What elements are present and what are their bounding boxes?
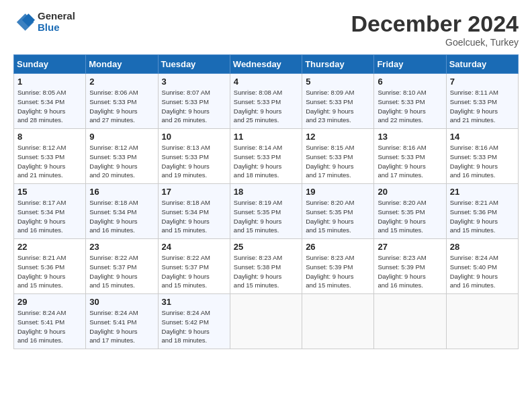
- day-detail: Sunrise: 8:20 AM Sunset: 5:35 PM Dayligh…: [378, 198, 442, 235]
- calendar-week-row: 29Sunrise: 8:24 AM Sunset: 5:41 PM Dayli…: [14, 294, 519, 349]
- calendar-week-row: 8Sunrise: 8:12 AM Sunset: 5:33 PM Daylig…: [14, 129, 519, 184]
- calendar-cell: 12Sunrise: 8:15 AM Sunset: 5:33 PM Dayli…: [302, 129, 374, 184]
- calendar-cell: 4Sunrise: 8:08 AM Sunset: 5:33 PM Daylig…: [230, 74, 302, 129]
- day-number: 7: [450, 77, 515, 87]
- day-number: 30: [89, 297, 154, 307]
- calendar-cell: 13Sunrise: 8:16 AM Sunset: 5:33 PM Dayli…: [374, 129, 446, 184]
- calendar-cell: 16Sunrise: 8:18 AM Sunset: 5:34 PM Dayli…: [86, 184, 158, 239]
- day-number: 27: [378, 242, 442, 252]
- day-number: 19: [306, 187, 370, 197]
- calendar-cell: 26Sunrise: 8:23 AM Sunset: 5:39 PM Dayli…: [302, 239, 374, 294]
- day-detail: Sunrise: 8:24 AM Sunset: 5:41 PM Dayligh…: [89, 308, 154, 345]
- day-detail: Sunrise: 8:15 AM Sunset: 5:33 PM Dayligh…: [306, 143, 370, 180]
- calendar-cell: 25Sunrise: 8:23 AM Sunset: 5:38 PM Dayli…: [230, 239, 302, 294]
- day-detail: Sunrise: 8:10 AM Sunset: 5:33 PM Dayligh…: [378, 88, 442, 125]
- calendar-cell: [230, 294, 302, 349]
- calendar-cell: 7Sunrise: 8:11 AM Sunset: 5:33 PM Daylig…: [446, 74, 518, 129]
- day-number: 10: [162, 132, 226, 142]
- day-number: 18: [234, 187, 298, 197]
- day-detail: Sunrise: 8:22 AM Sunset: 5:37 PM Dayligh…: [89, 253, 154, 290]
- day-detail: Sunrise: 8:24 AM Sunset: 5:40 PM Dayligh…: [450, 253, 515, 290]
- day-number: 31: [162, 297, 226, 307]
- day-number: 22: [17, 242, 82, 252]
- calendar-cell: 27Sunrise: 8:23 AM Sunset: 5:39 PM Dayli…: [374, 239, 446, 294]
- weekday-header-thursday: Thursday: [302, 55, 374, 74]
- day-number: 25: [234, 242, 298, 252]
- day-detail: Sunrise: 8:05 AM Sunset: 5:34 PM Dayligh…: [17, 88, 82, 125]
- calendar-cell: 28Sunrise: 8:24 AM Sunset: 5:40 PM Dayli…: [446, 239, 518, 294]
- day-detail: Sunrise: 8:19 AM Sunset: 5:35 PM Dayligh…: [234, 198, 298, 235]
- day-detail: Sunrise: 8:07 AM Sunset: 5:33 PM Dayligh…: [162, 88, 226, 125]
- day-detail: Sunrise: 8:13 AM Sunset: 5:33 PM Dayligh…: [162, 143, 226, 180]
- calendar-cell: 11Sunrise: 8:14 AM Sunset: 5:33 PM Dayli…: [230, 129, 302, 184]
- calendar-cell: 31Sunrise: 8:24 AM Sunset: 5:42 PM Dayli…: [158, 294, 230, 349]
- day-number: 24: [162, 242, 226, 252]
- day-number: 29: [17, 297, 82, 307]
- calendar-cell: 22Sunrise: 8:21 AM Sunset: 5:36 PM Dayli…: [14, 239, 86, 294]
- calendar-cell: 24Sunrise: 8:22 AM Sunset: 5:37 PM Dayli…: [158, 239, 230, 294]
- logo-icon: [13, 11, 35, 33]
- day-detail: Sunrise: 8:08 AM Sunset: 5:33 PM Dayligh…: [234, 88, 298, 125]
- calendar-cell: 5Sunrise: 8:09 AM Sunset: 5:33 PM Daylig…: [302, 74, 374, 129]
- calendar-cell: [446, 294, 518, 349]
- logo-text: General Blue: [38, 11, 75, 33]
- calendar-cell: 19Sunrise: 8:20 AM Sunset: 5:35 PM Dayli…: [302, 184, 374, 239]
- day-detail: Sunrise: 8:16 AM Sunset: 5:33 PM Dayligh…: [378, 143, 442, 180]
- day-number: 2: [89, 77, 154, 87]
- header: General Blue December 2024 Goelcuek, Tur…: [13, 11, 519, 48]
- day-detail: Sunrise: 8:22 AM Sunset: 5:37 PM Dayligh…: [162, 253, 226, 290]
- day-number: 13: [378, 132, 442, 142]
- day-detail: Sunrise: 8:12 AM Sunset: 5:33 PM Dayligh…: [89, 143, 154, 180]
- calendar-cell: 1Sunrise: 8:05 AM Sunset: 5:34 PM Daylig…: [14, 74, 86, 129]
- day-number: 11: [234, 132, 298, 142]
- day-number: 14: [450, 132, 515, 142]
- day-detail: Sunrise: 8:18 AM Sunset: 5:34 PM Dayligh…: [162, 198, 226, 235]
- day-number: 16: [89, 187, 154, 197]
- day-detail: Sunrise: 8:14 AM Sunset: 5:33 PM Dayligh…: [234, 143, 298, 180]
- weekday-header-monday: Monday: [86, 55, 158, 74]
- calendar-cell: 10Sunrise: 8:13 AM Sunset: 5:33 PM Dayli…: [158, 129, 230, 184]
- day-detail: Sunrise: 8:24 AM Sunset: 5:41 PM Dayligh…: [17, 308, 82, 345]
- calendar-cell: 18Sunrise: 8:19 AM Sunset: 5:35 PM Dayli…: [230, 184, 302, 239]
- day-number: 9: [89, 132, 154, 142]
- weekday-header-friday: Friday: [374, 55, 446, 74]
- calendar-cell: [302, 294, 374, 349]
- calendar-cell: 17Sunrise: 8:18 AM Sunset: 5:34 PM Dayli…: [158, 184, 230, 239]
- calendar-cell: 6Sunrise: 8:10 AM Sunset: 5:33 PM Daylig…: [374, 74, 446, 129]
- title-area: December 2024 Goelcuek, Turkey: [351, 11, 519, 48]
- day-detail: Sunrise: 8:20 AM Sunset: 5:35 PM Dayligh…: [306, 198, 370, 235]
- day-number: 1: [17, 77, 82, 87]
- calendar-cell: 14Sunrise: 8:16 AM Sunset: 5:33 PM Dayli…: [446, 129, 518, 184]
- day-detail: Sunrise: 8:23 AM Sunset: 5:39 PM Dayligh…: [306, 253, 370, 290]
- day-detail: Sunrise: 8:17 AM Sunset: 5:34 PM Dayligh…: [17, 198, 82, 235]
- calendar-cell: 21Sunrise: 8:21 AM Sunset: 5:36 PM Dayli…: [446, 184, 518, 239]
- day-detail: Sunrise: 8:21 AM Sunset: 5:36 PM Dayligh…: [17, 253, 82, 290]
- page: General Blue December 2024 Goelcuek, Tur…: [0, 0, 532, 411]
- calendar-cell: 15Sunrise: 8:17 AM Sunset: 5:34 PM Dayli…: [14, 184, 86, 239]
- day-number: 12: [306, 132, 370, 142]
- day-number: 3: [162, 77, 226, 87]
- day-detail: Sunrise: 8:06 AM Sunset: 5:33 PM Dayligh…: [89, 88, 154, 125]
- weekday-header-sunday: Sunday: [14, 55, 86, 74]
- location-subtitle: Goelcuek, Turkey: [351, 37, 519, 48]
- calendar-cell: 8Sunrise: 8:12 AM Sunset: 5:33 PM Daylig…: [14, 129, 86, 184]
- day-detail: Sunrise: 8:16 AM Sunset: 5:33 PM Dayligh…: [450, 143, 515, 180]
- day-detail: Sunrise: 8:18 AM Sunset: 5:34 PM Dayligh…: [89, 198, 154, 235]
- day-number: 26: [306, 242, 370, 252]
- day-number: 20: [378, 187, 442, 197]
- calendar-cell: 9Sunrise: 8:12 AM Sunset: 5:33 PM Daylig…: [86, 129, 158, 184]
- weekday-header-tuesday: Tuesday: [158, 55, 230, 74]
- calendar-cell: 20Sunrise: 8:20 AM Sunset: 5:35 PM Dayli…: [374, 184, 446, 239]
- weekday-header-saturday: Saturday: [446, 55, 518, 74]
- calendar-table: SundayMondayTuesdayWednesdayThursdayFrid…: [13, 54, 519, 349]
- calendar-cell: [374, 294, 446, 349]
- day-number: 15: [17, 187, 82, 197]
- calendar-week-row: 15Sunrise: 8:17 AM Sunset: 5:34 PM Dayli…: [14, 184, 519, 239]
- day-detail: Sunrise: 8:23 AM Sunset: 5:39 PM Dayligh…: [378, 253, 442, 290]
- day-detail: Sunrise: 8:11 AM Sunset: 5:33 PM Dayligh…: [450, 88, 515, 125]
- day-number: 21: [450, 187, 515, 197]
- calendar-cell: 29Sunrise: 8:24 AM Sunset: 5:41 PM Dayli…: [14, 294, 86, 349]
- day-detail: Sunrise: 8:21 AM Sunset: 5:36 PM Dayligh…: [450, 198, 515, 235]
- day-number: 8: [17, 132, 82, 142]
- day-detail: Sunrise: 8:12 AM Sunset: 5:33 PM Dayligh…: [17, 143, 82, 180]
